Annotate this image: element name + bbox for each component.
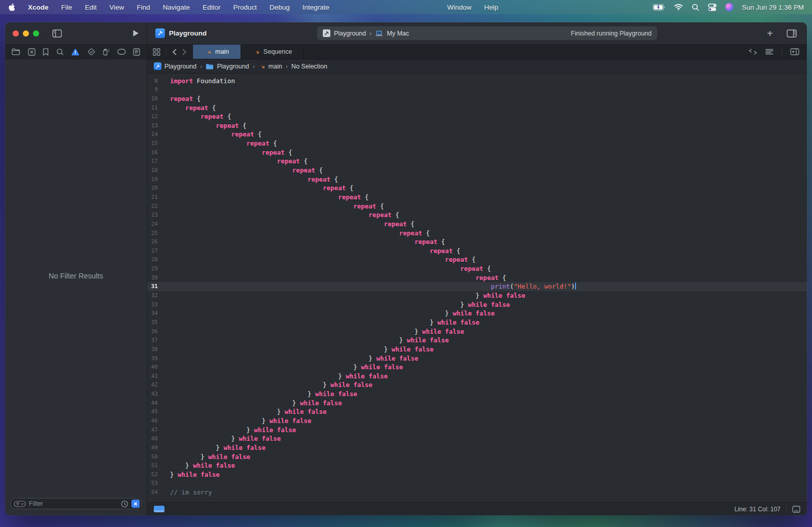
code-line-18[interactable]: 18 repeat {	[147, 166, 807, 175]
code-line-28[interactable]: 28 repeat {	[147, 255, 807, 264]
line-number[interactable]: 33	[147, 300, 162, 309]
code-line-23[interactable]: 23 repeat {	[147, 210, 807, 220]
code-line-16[interactable]: 16 repeat {	[147, 148, 807, 157]
line-number[interactable]: 51	[147, 461, 162, 470]
menu-xcode[interactable]: Xcode	[28, 4, 49, 11]
line-number[interactable]: 39	[147, 354, 162, 363]
code-line-20[interactable]: 20 repeat {	[147, 184, 807, 193]
line-number[interactable]: 49	[147, 443, 162, 452]
code-line-37[interactable]: 37 } while false	[147, 336, 807, 345]
code-line-13[interactable]: 13 repeat {	[147, 121, 807, 130]
zoom-window-button[interactable]	[33, 30, 39, 37]
spotlight-search-icon[interactable]	[692, 4, 699, 11]
line-number[interactable]: 54	[147, 488, 162, 497]
line-number[interactable]: 30	[147, 273, 162, 283]
source-control-navigator-icon[interactable]	[28, 48, 36, 56]
source-editor[interactable]: 78import Foundation910repeat {11 repeat …	[147, 74, 807, 502]
code-line-40[interactable]: 40 } while false	[147, 363, 807, 372]
battery-charging-icon[interactable]	[653, 4, 665, 11]
menu-view[interactable]: View	[110, 4, 124, 11]
find-navigator-icon[interactable]	[56, 48, 64, 56]
line-number[interactable]: 32	[147, 291, 162, 300]
code-line-25[interactable]: 25 repeat {	[147, 229, 807, 238]
code-line-19[interactable]: 19 repeat {	[147, 175, 807, 184]
menu-help[interactable]: Help	[484, 4, 498, 11]
line-number[interactable]: 19	[147, 175, 162, 184]
line-number[interactable]: 41	[147, 372, 162, 381]
line-number[interactable]: 42	[147, 380, 162, 390]
line-number[interactable]: 48	[147, 434, 162, 443]
line-number[interactable]: 18	[147, 166, 162, 175]
code-line-30[interactable]: 30 repeat {	[147, 273, 807, 283]
line-number[interactable]: 36	[147, 327, 162, 336]
toggle-navigator-icon[interactable]	[52, 29, 62, 38]
line-number[interactable]: 29	[147, 264, 162, 273]
code-review-icon[interactable]	[749, 49, 757, 55]
line-number[interactable]: 14	[147, 130, 162, 139]
toggle-inspector-icon[interactable]	[787, 29, 797, 38]
related-items-icon[interactable]	[153, 48, 160, 56]
wifi-icon[interactable]	[674, 4, 683, 11]
line-number[interactable]: 22	[147, 202, 162, 211]
line-number[interactable]: 34	[147, 309, 162, 318]
line-number[interactable]: 44	[147, 399, 162, 408]
issue-navigator-icon-selected[interactable]	[71, 48, 80, 56]
code-line-54[interactable]: 54// im sorry	[147, 488, 807, 497]
recent-issues-filter-icon[interactable]	[121, 500, 128, 508]
errors-only-filter-toggle[interactable]: ✕	[131, 500, 140, 508]
apple-menu-icon[interactable]	[8, 3, 15, 11]
line-number[interactable]: 35	[147, 318, 162, 327]
code-line-44[interactable]: 44 } while false	[147, 399, 807, 408]
filter-field[interactable]: Filter ✕	[10, 498, 142, 509]
line-number[interactable]: 27	[147, 247, 162, 256]
menu-file[interactable]: File	[61, 4, 73, 11]
line-number[interactable]: 13	[147, 121, 162, 130]
code-line-14[interactable]: 14 repeat {	[147, 130, 807, 139]
code-line-41[interactable]: 41 } while false	[147, 372, 807, 381]
menu-integrate[interactable]: Integrate	[302, 4, 329, 11]
menu-edit[interactable]: Edit	[85, 4, 96, 11]
scheme-target-label[interactable]: Playground	[334, 30, 366, 37]
breakpoint-navigator-icon[interactable]	[117, 49, 126, 55]
control-center-icon[interactable]	[708, 4, 717, 11]
new-tab-button[interactable]: +	[767, 28, 773, 39]
siri-icon[interactable]	[725, 3, 733, 11]
editor-display-icon[interactable]	[792, 506, 800, 513]
line-number[interactable]: 31	[147, 282, 162, 291]
add-editor-icon[interactable]	[790, 48, 799, 55]
code-line-42[interactable]: 42 } while false	[147, 380, 807, 390]
close-window-button[interactable]	[13, 30, 19, 37]
line-number[interactable]: 23	[147, 210, 162, 220]
tab-main[interactable]: main	[192, 45, 241, 59]
code-line-27[interactable]: 27 repeat {	[147, 247, 807, 256]
line-number[interactable]: 21	[147, 193, 162, 202]
code-line-50[interactable]: 50 } while false	[147, 452, 807, 462]
line-number[interactable]: 28	[147, 255, 162, 264]
code-line-34[interactable]: 34 } while false	[147, 309, 807, 318]
line-number[interactable]: 50	[147, 452, 162, 462]
code-line-11[interactable]: 11 repeat {	[147, 103, 807, 113]
scheme-selector[interactable]: Playground › My Mac Finished running Pla…	[317, 26, 657, 40]
line-number[interactable]: 15	[147, 139, 162, 148]
tab-sequence[interactable]: Sequence	[241, 45, 304, 59]
line-number[interactable]: 11	[147, 103, 162, 113]
line-number[interactable]: 26	[147, 237, 162, 247]
line-number[interactable]: 37	[147, 336, 162, 345]
menu-window[interactable]: Window	[447, 4, 471, 11]
code-line-45[interactable]: 45 } while false	[147, 407, 807, 416]
line-number[interactable]: 47	[147, 426, 162, 435]
code-line-26[interactable]: 26 repeat {	[147, 237, 807, 247]
line-number[interactable]: 16	[147, 148, 162, 157]
code-line-29[interactable]: 29 repeat {	[147, 264, 807, 273]
menu-find[interactable]: Find	[137, 4, 150, 11]
code-line-22[interactable]: 22 repeat {	[147, 202, 807, 211]
line-number[interactable]: 38	[147, 345, 162, 354]
code-line-47[interactable]: 47 } while false	[147, 426, 807, 435]
code-line-49[interactable]: 49 } while false	[147, 443, 807, 452]
minimize-window-button[interactable]	[23, 30, 29, 37]
jumpbar-selection[interactable]: No Selection	[291, 63, 327, 70]
code-line-12[interactable]: 12 repeat {	[147, 112, 807, 121]
line-number[interactable]: 25	[147, 229, 162, 238]
menubar-clock[interactable]: Sun Jun 29 1:36 PM	[742, 4, 804, 11]
code-line-8[interactable]: 8import Foundation	[147, 77, 807, 86]
